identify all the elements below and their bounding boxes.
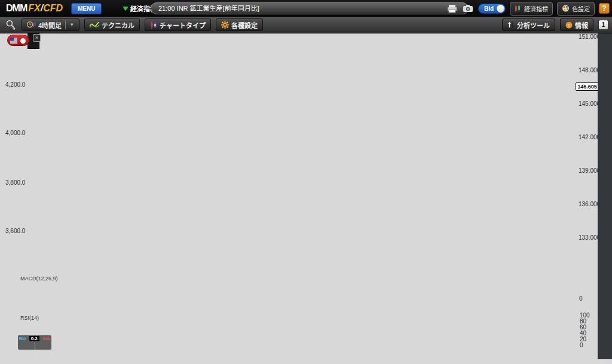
bid-label: Bid [19, 337, 26, 341]
drawing-tools-sidebar [598, 33, 612, 359]
logo-fx: FX [28, 3, 40, 14]
zoom-tool-icon[interactable] [5, 20, 17, 30]
currency-pair-flag-icon[interactable] [7, 35, 29, 46]
macd-zero-label: 0 [579, 295, 583, 302]
price-axis-label: 133.000 [579, 234, 600, 241]
rsi-pane-label: RSI(14) [20, 315, 39, 321]
toggle-knob [497, 5, 504, 13]
logo-cfd: CFD [43, 3, 63, 14]
left-axis-label: 4,000.0 [5, 130, 25, 136]
left-axis-label: 3,600.0 [5, 228, 25, 234]
spread-value: 0.2 [29, 336, 39, 341]
economic-indicator-button[interactable]: 経済指標 [510, 2, 553, 16]
camera-icon[interactable] [462, 4, 474, 13]
info-button[interactable]: ! 情報 [560, 19, 593, 31]
trading-app-window: DMM FX / CFD MENU 経済指標 21:00 INR 鉱工業生産[前… [0, 0, 612, 364]
current-price-tag: 146.605 [576, 82, 599, 91]
us-flag-icon [10, 38, 17, 44]
candle-pair-icon [515, 5, 522, 12]
timeframe-panel: × [27, 33, 39, 49]
economic-ticker[interactable]: 21:00 INR 鉱工業生産[前年同月比] [151, 2, 469, 14]
page-one-button[interactable]: 1 [598, 20, 608, 30]
chart-canvas[interactable] [0, 0, 612, 364]
info-icon: ! [565, 22, 573, 29]
ask-price [35, 342, 52, 350]
bid-toggle-label: Bid [484, 5, 494, 12]
print-icon[interactable] [446, 4, 458, 13]
analysis-tools-button[interactable]: 分析ツール [502, 19, 555, 31]
clock-candle-icon [27, 21, 36, 29]
help-button[interactable]: ? [599, 3, 610, 14]
green-triangle-icon [123, 7, 128, 11]
palette-icon [562, 5, 570, 12]
price-axis-label: 145.000 [579, 100, 600, 107]
menu-button[interactable]: MENU [71, 3, 102, 14]
left-axis-label: 4,200.0 [5, 81, 25, 88]
quote-box[interactable]: Bid 0.2 Ask [18, 335, 51, 350]
price-axis-label: 148.000 [579, 67, 600, 74]
sort-arrows-icon [507, 22, 515, 28]
price-axis-label: 142.000 [579, 134, 600, 140]
chevron-down-icon[interactable]: ▼ [69, 22, 74, 27]
rsi-scale-label: 0 [580, 342, 583, 348]
price-axis-label: 139.000 [579, 167, 600, 174]
technical-button[interactable]: テクニカル [84, 19, 140, 31]
ask-label: Ask [42, 337, 50, 341]
chart-toolbar: 4時間足 ▼ テクニカル チャートタイプ 各種設定 分析ツール ! 情報 1 [0, 17, 612, 33]
wave-icon [90, 22, 99, 28]
candle-type-icon [150, 22, 157, 29]
chart-type-button[interactable]: チャートタイプ [145, 19, 211, 31]
color-settings-button[interactable]: 色設定 [557, 2, 595, 16]
macd-pane-label: MACD(12,26,9) [20, 276, 58, 282]
timeframe-current-label: 4時間足 [38, 20, 62, 30]
logo-dmm: DMM [6, 3, 27, 14]
settings-button[interactable]: 各種設定 [216, 19, 263, 31]
gear-icon [221, 21, 229, 29]
top-bar: DMM FX / CFD MENU 経済指標 21:00 INR 鉱工業生産[前… [0, 0, 612, 17]
timeframe-selector[interactable]: 4時間足 ▼ [22, 19, 79, 31]
svg-text:!: ! [568, 23, 570, 28]
app-logo: DMM FX / CFD [6, 3, 63, 14]
left-axis-label: 3,800.0 [5, 179, 25, 186]
bid-ask-toggle[interactable]: Bid [478, 4, 506, 14]
jp-flag-icon [20, 38, 26, 44]
price-axis-label: 136.000 [579, 201, 600, 207]
bid-price [18, 342, 35, 350]
close-icon[interactable]: × [33, 34, 41, 42]
price-axis-label: 151.000 [579, 33, 600, 40]
